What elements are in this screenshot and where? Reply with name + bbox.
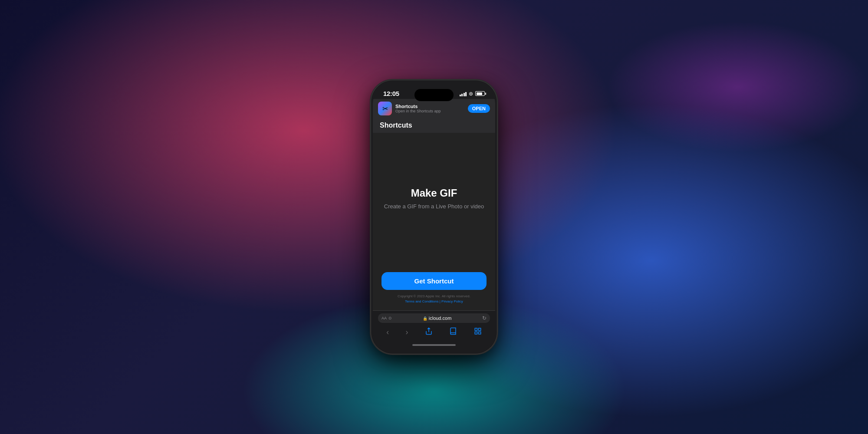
smart-banner: ✂ Shortcuts Open in the Shortcuts app OP… bbox=[373, 99, 495, 118]
dynamic-island bbox=[414, 89, 454, 101]
reload-button[interactable]: ↻ bbox=[482, 315, 487, 321]
signal-icon bbox=[460, 91, 467, 96]
shortcut-title: Make GIF bbox=[411, 187, 457, 199]
open-button[interactable]: OPEN bbox=[468, 104, 490, 113]
main-content: Make GIF Create a GIF from a Live Photo … bbox=[373, 133, 495, 265]
status-time: 12:05 bbox=[383, 90, 399, 97]
reader-icon: ⊙ bbox=[388, 316, 392, 320]
safari-toolbar: AA ⊙ 🔒 icloud.com ↻ ‹ › bbox=[373, 310, 495, 342]
shortcuts-app-icon: ✂ bbox=[378, 102, 392, 115]
get-shortcut-button[interactable]: Get Shortcut bbox=[381, 272, 487, 290]
svg-rect-2 bbox=[478, 332, 480, 334]
url-display: 🔒 icloud.com bbox=[395, 316, 480, 321]
home-bar bbox=[412, 344, 456, 346]
nav-bar: Shortcuts bbox=[373, 118, 495, 133]
aa-button[interactable]: AA bbox=[381, 316, 387, 320]
privacy-link[interactable]: Privacy Policy bbox=[441, 299, 463, 303]
safari-controls: ‹ › bbox=[378, 326, 490, 339]
svg-rect-1 bbox=[478, 328, 480, 330]
banner-text: Shortcuts Open in the Shortcuts app bbox=[395, 104, 464, 113]
phone-screen: 12:05 ⊛ ✂ Shortcuts Open in the Sho bbox=[373, 85, 495, 349]
status-icons: ⊛ bbox=[460, 91, 485, 97]
battery-icon bbox=[475, 91, 485, 96]
back-button[interactable]: ‹ bbox=[383, 327, 392, 338]
shortcut-description: Create a GIF from a Live Photo or video bbox=[384, 203, 484, 210]
lock-icon: 🔒 bbox=[423, 316, 427, 321]
terms-link[interactable]: Terms and Conditions bbox=[405, 299, 438, 303]
banner-subtitle: Open in the Shortcuts app bbox=[395, 109, 464, 113]
phone-device: 12:05 ⊛ ✂ Shortcuts Open in the Sho bbox=[371, 80, 497, 354]
banner-app-name: Shortcuts bbox=[395, 104, 464, 109]
legal-links: Terms and Conditions | Privacy Policy bbox=[381, 299, 487, 303]
forward-button[interactable]: › bbox=[402, 327, 412, 338]
copyright-text: Copyright © 2023 Apple Inc. All rights r… bbox=[381, 294, 487, 298]
svg-rect-0 bbox=[475, 328, 477, 330]
bottom-section: Get Shortcut Copyright © 2023 Apple Inc.… bbox=[373, 265, 495, 310]
home-indicator bbox=[373, 342, 495, 349]
nav-title: Shortcuts bbox=[380, 122, 488, 129]
bookmarks-button[interactable] bbox=[446, 326, 460, 338]
url-bar[interactable]: AA ⊙ 🔒 icloud.com ↻ bbox=[378, 313, 490, 323]
wifi-icon: ⊛ bbox=[469, 91, 473, 97]
tabs-button[interactable] bbox=[470, 326, 485, 338]
url-text: icloud.com bbox=[429, 316, 452, 321]
status-bar: 12:05 ⊛ bbox=[373, 85, 495, 99]
share-button[interactable] bbox=[421, 326, 436, 338]
svg-rect-3 bbox=[475, 332, 477, 334]
url-bar-left: AA ⊙ bbox=[381, 316, 392, 320]
